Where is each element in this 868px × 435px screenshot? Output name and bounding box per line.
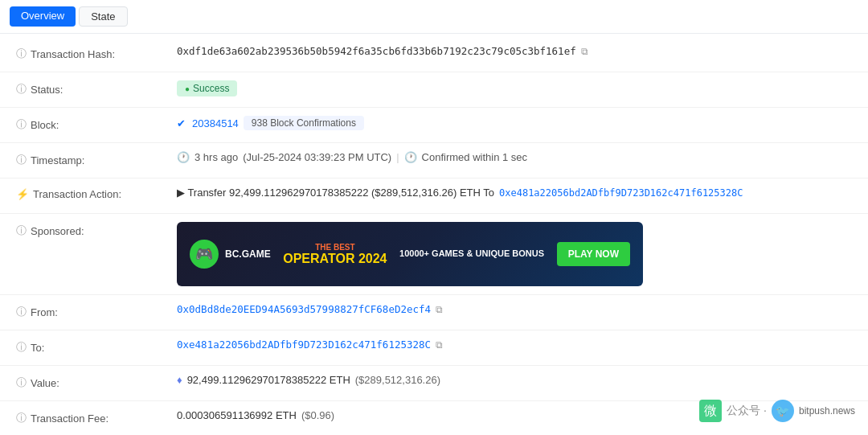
label-to: ⓘ To: (16, 339, 177, 355)
row-timestamp: ⓘ Timestamp: 🕐 3 hrs ago (Jul-25-2024 03… (0, 143, 868, 179)
separator: | (396, 151, 399, 163)
watermark-brand: bitpush.news (799, 405, 855, 417)
from-address[interactable]: 0x0dBd8de20EED94A5693d57998827fCF68eD2ec… (177, 303, 431, 315)
copy-from-icon[interactable]: ⧉ (436, 304, 443, 315)
info-icon: ⓘ (16, 47, 27, 61)
status-badge: Success (177, 80, 237, 96)
row-status: ⓘ Status: Success (0, 72, 868, 108)
info-icon-value: ⓘ (16, 375, 27, 390)
ad-cta-button[interactable]: PLAY NOW (557, 242, 630, 266)
to-address[interactable]: 0xe481a22056bd2ADfbf9D723D162c471f612532… (177, 339, 431, 351)
ad-tagline1: THE BEST (283, 243, 387, 252)
row-transaction-action: ⚡ Transaction Action: ▶ Transfer 92,499.… (0, 179, 868, 214)
clock-icon: 🕐 (177, 151, 190, 163)
value-eth: ♦ 92,499.112962970178385222 ETH ($289,51… (177, 374, 852, 386)
transfer-to-address[interactable]: 0xe481a22056bd2ADfbf9D723D162c471f612532… (499, 187, 743, 199)
watermark-dot: 公众号 · (727, 404, 767, 418)
ad-brand: BC.GAME (225, 248, 271, 260)
timestamp-ago: 3 hrs ago (194, 151, 238, 163)
timestamp-date: (Jul-25-2024 03:39:23 PM UTC) (243, 151, 391, 163)
transfer-text: ▶ Transfer 92,499.112962970178385222 ($2… (177, 187, 494, 199)
ad-middle: THE BEST OPERATOR 2024 (283, 243, 387, 266)
label-timestamp: ⓘ Timestamp: (16, 151, 177, 167)
copy-to-icon[interactable]: ⧉ (436, 339, 443, 351)
label-transaction-action: ⚡ Transaction Action: (16, 187, 177, 200)
row-from: ⓘ From: 0x0dBd8de20EED94A5693d57998827fC… (0, 295, 868, 330)
eth-diamond-icon: ♦ (177, 374, 182, 386)
ad-feature: 10000+ GAMES & UNIQUE BONUS (399, 248, 544, 260)
tab-overview[interactable]: Overview (10, 6, 76, 27)
label-from: ⓘ From: (16, 303, 177, 319)
value-to: 0xe481a22056bd2ADfbf9D723D162c471f612532… (177, 339, 852, 351)
block-check-icon: ✔ (177, 117, 186, 129)
label-transaction-fee: ⓘ Transaction Fee: (16, 409, 177, 425)
info-icon-status: ⓘ (16, 82, 27, 96)
value-sponsored: 🎮 BC.GAME THE BEST OPERATOR 2024 10000+ … (177, 222, 852, 286)
fee-usd-amount: ($0.96) (301, 409, 334, 421)
transaction-content: ⓘ Transaction Hash: 0xdf1de63a602ab23953… (0, 34, 868, 435)
info-icon-from: ⓘ (16, 305, 27, 319)
value-from: 0x0dBd8de20EED94A5693d57998827fCF68eD2ec… (177, 303, 852, 315)
tab-bar: Overview State (0, 0, 868, 34)
eth-amount: 92,499.112962970178385222 ETH (187, 374, 350, 386)
ad-logo: 🎮 (190, 240, 219, 269)
tab-state[interactable]: State (79, 6, 127, 27)
twitter-icon: 🐦 (772, 400, 794, 422)
row-value: ⓘ Value: ♦ 92,499.112962970178385222 ETH… (0, 366, 868, 401)
wechat-icon: 微 (699, 400, 722, 422)
lightning-icon: ⚡ (16, 188, 29, 200)
watermark: 微 公众号 · 🐦 bitpush.news (699, 400, 855, 422)
label-status: ⓘ Status: (16, 80, 177, 96)
info-icon-fee: ⓘ (16, 411, 27, 425)
ad-left: 🎮 BC.GAME (190, 240, 271, 269)
info-icon-sponsored: ⓘ (16, 224, 27, 238)
value-block: ✔ 20384514 938 Block Confirmations (177, 116, 852, 130)
block-confirmations: 938 Block Confirmations (244, 116, 364, 130)
ad-banner[interactable]: 🎮 BC.GAME THE BEST OPERATOR 2024 10000+ … (177, 222, 643, 286)
value-transaction-hash: 0xdf1de63a602ab239536b50b5942f6a35cb6fd3… (177, 45, 852, 57)
block-number-link[interactable]: 20384514 (192, 117, 239, 129)
clock-icon2: 🕐 (404, 151, 417, 163)
timestamp-confirmed: Confirmed within 1 sec (422, 151, 528, 163)
label-sponsored: ⓘ Sponsored: (16, 222, 177, 238)
copy-hash-icon[interactable]: ⧉ (581, 46, 588, 57)
row-sponsored: ⓘ Sponsored: 🎮 BC.GAME THE BEST OPERATOR… (0, 214, 868, 295)
label-block: ⓘ Block: (16, 116, 177, 132)
label-value: ⓘ Value: (16, 374, 177, 390)
usd-amount: ($289,512,316.26) (355, 374, 440, 386)
value-status: Success (177, 80, 852, 96)
info-icon-timestamp: ⓘ (16, 153, 27, 167)
hash-value: 0xdf1de63a602ab239536b50b5942f6a35cb6fd3… (177, 45, 576, 57)
row-transaction-hash: ⓘ Transaction Hash: 0xdf1de63a602ab23953… (0, 37, 868, 72)
info-icon-to: ⓘ (16, 340, 27, 355)
info-icon-block: ⓘ (16, 117, 27, 132)
fee-eth-amount: 0.000306591136992 ETH (177, 409, 297, 421)
row-block: ⓘ Block: ✔ 20384514 938 Block Confirmati… (0, 108, 868, 143)
row-to: ⓘ To: 0xe481a22056bd2ADfbf9D723D162c471f… (0, 330, 868, 366)
ad-tagline2: OPERATOR 2024 (283, 252, 387, 266)
value-timestamp: 🕐 3 hrs ago (Jul-25-2024 03:39:23 PM UTC… (177, 151, 852, 163)
label-transaction-hash: ⓘ Transaction Hash: (16, 45, 177, 61)
value-transaction-action: ▶ Transfer 92,499.112962970178385222 ($2… (177, 187, 852, 199)
